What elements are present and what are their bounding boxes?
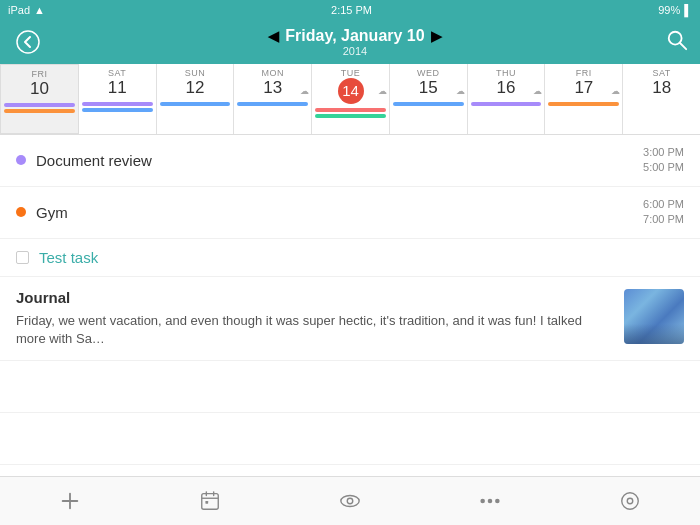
event-title: Document review bbox=[36, 152, 152, 169]
status-bar: iPad ▲ 2:15 PM 99% ▌ bbox=[0, 0, 700, 20]
ipad-label: iPad bbox=[8, 4, 30, 16]
task-checkbox[interactable] bbox=[16, 251, 29, 264]
task-test[interactable]: Test task bbox=[0, 239, 700, 277]
wifi-icon: ▲ bbox=[34, 4, 45, 16]
cal-event-bar bbox=[315, 108, 386, 112]
status-time: 2:15 PM bbox=[331, 4, 372, 16]
cal-event-bar bbox=[471, 102, 542, 106]
cal-event-bar bbox=[4, 109, 75, 113]
more-button[interactable] bbox=[468, 479, 512, 523]
prev-date-button[interactable]: ◀ bbox=[268, 28, 279, 44]
empty-row-2 bbox=[0, 413, 700, 465]
cloud-icon: ☁ bbox=[378, 86, 387, 96]
journal-text: Friday, we went vacation, and even thoug… bbox=[16, 312, 612, 348]
journal-thumbnail bbox=[624, 289, 684, 344]
task-title: Test task bbox=[39, 249, 98, 266]
calendar-day-14[interactable]: TUE14☁ bbox=[312, 64, 390, 134]
cloud-icon: ☁ bbox=[611, 86, 620, 96]
calendar-view-button[interactable] bbox=[188, 479, 232, 523]
nav-title: ◀ Friday, January 10 ▶ 2014 bbox=[268, 27, 441, 57]
search-button[interactable] bbox=[666, 29, 688, 56]
event-dot bbox=[16, 207, 26, 217]
event-title: Gym bbox=[36, 204, 68, 221]
cal-event-bar bbox=[160, 102, 231, 106]
journal-content: Journal Friday, we went vacation, and ev… bbox=[16, 289, 612, 348]
svg-point-12 bbox=[480, 499, 485, 504]
event-dot bbox=[16, 155, 26, 165]
svg-point-10 bbox=[341, 496, 359, 507]
cal-event-bar bbox=[82, 108, 153, 112]
cloud-icon: ☁ bbox=[533, 86, 542, 96]
back-button[interactable] bbox=[12, 26, 44, 58]
svg-point-15 bbox=[622, 493, 639, 510]
svg-line-2 bbox=[680, 42, 686, 48]
cal-event-bar bbox=[237, 102, 308, 106]
cloud-icon: ☁ bbox=[300, 86, 309, 96]
cal-event-bar bbox=[315, 114, 386, 118]
event-gym[interactable]: Gym 6:00 PM 7:00 PM bbox=[0, 187, 700, 239]
next-date-button[interactable]: ▶ bbox=[431, 28, 442, 44]
svg-point-0 bbox=[17, 31, 39, 53]
calendar-day-15[interactable]: WED15☁ bbox=[390, 64, 468, 134]
nav-bar: ◀ Friday, January 10 ▶ 2014 bbox=[0, 20, 700, 64]
battery-label: 99% bbox=[658, 4, 680, 16]
battery-icon: ▌ bbox=[684, 4, 692, 16]
nav-year: 2014 bbox=[268, 45, 441, 57]
calendar-day-17[interactable]: FRI17☁ bbox=[545, 64, 623, 134]
bottom-toolbar bbox=[0, 476, 700, 525]
status-left: iPad ▲ bbox=[8, 4, 45, 16]
cal-event-bar bbox=[393, 102, 464, 106]
svg-point-16 bbox=[627, 498, 633, 504]
event-time: 6:00 PM 7:00 PM bbox=[643, 197, 684, 228]
calendar-strip: FRI10SAT11SUN12MON13☁TUE14☁WED15☁THU16☁F… bbox=[0, 64, 700, 135]
calendar-day-18[interactable]: SAT18 bbox=[623, 64, 700, 134]
svg-point-11 bbox=[347, 498, 353, 504]
journal-section[interactable]: Journal Friday, we went vacation, and ev… bbox=[0, 277, 700, 361]
calendar-day-11[interactable]: SAT11 bbox=[79, 64, 157, 134]
cal-event-bar bbox=[82, 102, 153, 106]
svg-rect-5 bbox=[202, 494, 219, 510]
calendar-day-16[interactable]: THU16☁ bbox=[468, 64, 546, 134]
journal-title: Journal bbox=[16, 289, 612, 306]
settings-button[interactable] bbox=[608, 479, 652, 523]
status-right: 99% ▌ bbox=[658, 4, 692, 16]
view-toggle-button[interactable] bbox=[328, 479, 372, 523]
calendar-day-13[interactable]: MON13☁ bbox=[234, 64, 312, 134]
calendar-day-12[interactable]: SUN12 bbox=[157, 64, 235, 134]
main-content: Document review 3:00 PM 5:00 PM Gym 6:00… bbox=[0, 135, 700, 477]
svg-point-13 bbox=[488, 499, 493, 504]
empty-row-1 bbox=[0, 361, 700, 413]
add-button[interactable] bbox=[48, 479, 92, 523]
cal-event-bar bbox=[548, 102, 619, 106]
nav-date: Friday, January 10 bbox=[285, 27, 424, 45]
calendar-day-10[interactable]: FRI10 bbox=[0, 64, 79, 134]
event-document-review[interactable]: Document review 3:00 PM 5:00 PM bbox=[0, 135, 700, 187]
cloud-icon: ☁ bbox=[456, 86, 465, 96]
cal-event-bar bbox=[4, 103, 75, 107]
svg-point-14 bbox=[495, 499, 500, 504]
svg-rect-9 bbox=[205, 501, 208, 504]
event-time: 3:00 PM 5:00 PM bbox=[643, 145, 684, 176]
